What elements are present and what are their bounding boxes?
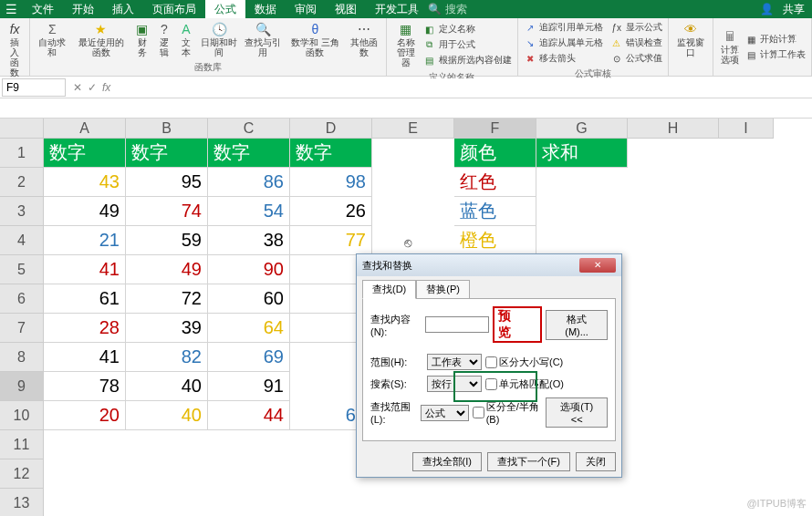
cell-B8[interactable]: 82 <box>126 343 208 372</box>
tab-开始[interactable]: 开始 <box>63 0 103 18</box>
match-case-checkbox[interactable] <box>485 356 497 368</box>
tab-页面布局[interactable]: 页面布局 <box>143 0 205 18</box>
find-next-button[interactable]: 查找下一个(F) <box>487 452 570 471</box>
col-header-G[interactable]: G <box>536 119 628 139</box>
search-box[interactable]: 🔍 搜索 <box>428 2 467 17</box>
trace-dependents-button[interactable]: ↘追踪从属单元格 <box>522 36 605 50</box>
cell-B9[interactable]: 40 <box>126 372 208 401</box>
cell-A3[interactable]: 49 <box>44 197 126 226</box>
cell-A5[interactable]: 41 <box>44 255 126 284</box>
evaluate-formula-button[interactable]: ⊙公式求值 <box>609 51 664 66</box>
find-input[interactable] <box>425 316 489 333</box>
row-header-13[interactable]: 13 <box>0 489 44 516</box>
row-header-5[interactable]: 5 <box>0 255 44 284</box>
cell-C1[interactable]: 数字 <box>208 139 290 168</box>
cell-B2[interactable]: 95 <box>126 168 208 197</box>
cell-A6[interactable]: 61 <box>44 284 126 314</box>
cell-C5[interactable]: 90 <box>208 255 290 284</box>
cell-D2[interactable]: 98 <box>290 168 372 197</box>
fx-icon[interactable]: fx <box>102 81 110 94</box>
create-from-sel-button[interactable]: ▤根据所选内容创建 <box>422 53 514 67</box>
col-header-I[interactable]: I <box>719 119 774 139</box>
math-button[interactable]: θ数学和 三角函数 <box>285 20 345 59</box>
lookin-select[interactable]: 公式 <box>421 405 469 421</box>
dialog-close-button[interactable]: ✕ <box>579 258 616 273</box>
remove-arrows-button[interactable]: ✖移去箭头 <box>522 51 605 66</box>
col-header-B[interactable]: B <box>126 119 208 139</box>
cell-A7[interactable]: 28 <box>44 314 126 343</box>
col-header-H[interactable]: H <box>628 119 719 139</box>
cell-C10[interactable]: 44 <box>208 401 290 430</box>
define-name-button[interactable]: ◧定义名称 <box>422 22 514 36</box>
calc-sheet-button[interactable]: ▤计算工作表 <box>743 47 807 62</box>
watch-window-button[interactable]: 👁监视窗口 <box>672 20 709 59</box>
app-menu-icon[interactable]: ☰ <box>0 2 23 16</box>
row-header-9[interactable]: 9 <box>0 372 44 401</box>
show-formulas-button[interactable]: ƒx显示公式 <box>609 20 664 35</box>
tab-公式[interactable]: 公式 <box>205 0 245 18</box>
cell-B1[interactable]: 数字 <box>126 139 208 168</box>
other-fn-button[interactable]: ⋯其他函数 <box>346 20 382 59</box>
tab-视图[interactable]: 视图 <box>326 0 366 18</box>
calc-options-button[interactable]: 🖩计算选项 <box>717 27 743 67</box>
cell-G1[interactable]: 求和 <box>536 139 628 168</box>
tab-插入[interactable]: 插入 <box>103 0 143 18</box>
cell-F2[interactable]: 红色 <box>454 168 536 197</box>
use-in-formula-button[interactable]: ⧉用于公式 <box>422 37 514 52</box>
confirm-icon[interactable]: ✓ <box>88 81 97 94</box>
cell-D3[interactable]: 26 <box>290 197 372 226</box>
match-width-checkbox[interactable] <box>473 407 484 418</box>
select-all-corner[interactable] <box>0 119 44 139</box>
cell-A2[interactable]: 43 <box>44 168 126 197</box>
text-button[interactable]: A文本 <box>175 20 197 59</box>
cell-A8[interactable]: 41 <box>44 343 126 372</box>
cell-A9[interactable]: 78 <box>44 372 126 401</box>
cell-B5[interactable]: 49 <box>126 255 208 284</box>
row-header-12[interactable]: 12 <box>0 459 44 489</box>
cell-B10[interactable]: 40 <box>126 401 208 430</box>
cell-D1[interactable]: 数字 <box>290 139 372 168</box>
user-icon[interactable]: 👤 <box>760 3 774 15</box>
cell-B3[interactable]: 74 <box>126 197 208 226</box>
cell-A4[interactable]: 21 <box>44 226 126 255</box>
col-header-D[interactable]: D <box>290 119 372 139</box>
find-all-button[interactable]: 查找全部(I) <box>412 452 482 471</box>
autosum-button[interactable]: Σ自动求和 <box>34 20 70 59</box>
tab-replace[interactable]: 替换(P) <box>416 280 470 299</box>
scope-select[interactable]: 工作表 <box>427 354 482 370</box>
share-button[interactable]: 共享 <box>783 2 805 17</box>
row-header-8[interactable]: 8 <box>0 343 44 372</box>
row-header-2[interactable]: 2 <box>0 168 44 197</box>
cell-C3[interactable]: 54 <box>208 197 290 226</box>
row-header-1[interactable]: 1 <box>0 139 44 168</box>
cell-C8[interactable]: 69 <box>208 343 290 372</box>
row-header-10[interactable]: 10 <box>0 401 44 430</box>
options-button[interactable]: 选项(T) << <box>546 397 608 428</box>
dialog-titlebar[interactable]: 查找和替换 ✕ <box>357 254 621 276</box>
row-header-4[interactable]: 4 <box>0 226 44 255</box>
cell-B6[interactable]: 72 <box>126 284 208 314</box>
cell-C4[interactable]: 38 <box>208 226 290 255</box>
tab-开发工具[interactable]: 开发工具 <box>366 0 428 18</box>
tab-数据[interactable]: 数据 <box>245 0 286 18</box>
row-header-3[interactable]: 3 <box>0 197 44 226</box>
cell-F3[interactable]: 蓝色 <box>454 197 536 226</box>
financial-button[interactable]: ▣财务 <box>131 20 153 59</box>
cell-C2[interactable]: 86 <box>208 168 290 197</box>
cell-D4[interactable]: 77 <box>290 226 372 255</box>
trace-precedents-button[interactable]: ↗追踪引用单元格 <box>522 20 605 35</box>
cell-F1[interactable]: 颜色 <box>454 139 536 168</box>
insert-function-button[interactable]: fx插入函数 <box>4 20 26 79</box>
tab-审阅[interactable]: 审阅 <box>286 0 326 18</box>
tab-find[interactable]: 查找(D) <box>362 280 416 299</box>
cell-A1[interactable]: 数字 <box>44 139 126 168</box>
row-header-7[interactable]: 7 <box>0 314 44 343</box>
cell-C7[interactable]: 64 <box>208 314 290 343</box>
col-header-C[interactable]: C <box>208 119 290 139</box>
recent-button[interactable]: ★最近使用的 函数 <box>70 20 130 59</box>
cell-B7[interactable]: 39 <box>126 314 208 343</box>
col-header-A[interactable]: A <box>44 119 126 139</box>
error-check-button[interactable]: ⚠错误检查 <box>609 36 664 50</box>
cell-C6[interactable]: 60 <box>208 284 290 314</box>
tab-文件[interactable]: 文件 <box>23 0 63 18</box>
